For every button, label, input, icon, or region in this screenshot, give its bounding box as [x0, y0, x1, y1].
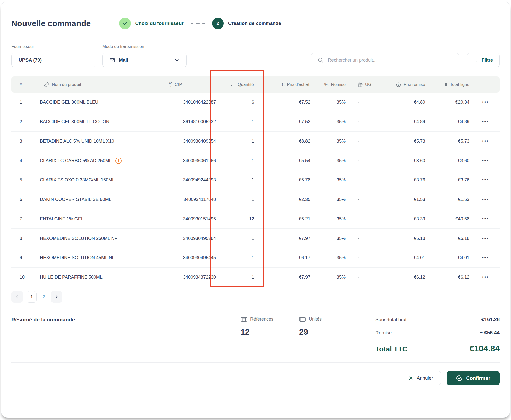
row-menu-button[interactable]: ••• — [482, 119, 489, 124]
col-header-discount[interactable]: % Remise — [312, 82, 348, 87]
product-search[interactable] — [311, 53, 459, 67]
table-row[interactable]: 4 CLARIX TG CARBO 5% AD 250ML i 34009360… — [11, 151, 500, 170]
row-menu-button[interactable]: ••• — [482, 158, 489, 163]
cip-cell: 3400934117848 — [168, 197, 219, 202]
quantity-cell[interactable]: 1 — [219, 177, 273, 183]
ug-cell: - — [348, 236, 375, 241]
cancel-button[interactable]: Annuler — [401, 371, 441, 385]
euro-badge-icon: € — [396, 82, 401, 87]
discounted-price-cell: €4.01 — [375, 255, 428, 260]
next-page-button[interactable] — [51, 291, 62, 303]
discounted-price-cell: €4.89 — [375, 119, 428, 124]
chevron-right-icon — [54, 294, 59, 299]
discounted-price-cell: €3.76 — [375, 177, 428, 183]
chevron-down-icon — [174, 57, 180, 63]
quantity-cell[interactable]: 6 — [219, 100, 273, 105]
supplier-input[interactable]: UPSA (79) — [11, 53, 95, 67]
row-menu-button[interactable]: ••• — [482, 139, 489, 143]
cip-cell: 3614810005932 — [168, 119, 219, 124]
info-icon[interactable]: i — [115, 158, 122, 164]
col-header-cip[interactable]: .00→ CIP — [168, 82, 219, 87]
filter-label: Filtre — [482, 58, 493, 63]
table-row[interactable]: 6 DAKIN COOPER STABILISE 60ML 3400934117… — [11, 190, 500, 209]
col-header-line-total[interactable]: Total ligne — [428, 82, 471, 87]
row-number: 9 — [11, 255, 29, 260]
totals-block: Sous-total brut €161.28 Remise − €56.44 … — [375, 317, 500, 353]
row-number: 7 — [11, 216, 29, 222]
table-row[interactable]: 9 HEXOMEDINE SOLUTION 45ML NF 3400930495… — [11, 248, 500, 268]
filter-button[interactable]: Filtre — [467, 53, 500, 67]
line-total-cell: €6.12 — [428, 275, 471, 280]
subtotal-label: Sous-total brut — [375, 317, 407, 322]
quantity-cell[interactable]: 1 — [219, 119, 273, 124]
quantity-cell[interactable]: 1 — [219, 236, 273, 241]
ug-cell: - — [348, 139, 375, 144]
ug-cell: - — [348, 177, 375, 183]
table-row[interactable]: 5 CLARIX TS OXO 0.33MG/ML 150ML 34009492… — [11, 170, 500, 190]
quantity-cell[interactable]: 12 — [219, 216, 273, 222]
actions-cell: ••• — [471, 275, 500, 279]
cip-cell: 3400930495384 — [168, 236, 219, 241]
previous-page-button[interactable] — [11, 291, 23, 303]
check-icon — [122, 21, 128, 26]
confirm-button[interactable]: Confirmer — [447, 371, 500, 385]
product-name-cell: BACCIDE GEL 300ML BLEU — [29, 100, 168, 105]
table-row[interactable]: 7 ENTALGINE 1% GEL 3400930151495 12 €5.2… — [11, 209, 500, 229]
transmission-select[interactable]: Mail — [102, 53, 187, 67]
purchase-price-cell: €2.35 — [273, 197, 312, 202]
discounted-price-cell: €3.60 — [375, 158, 428, 163]
quantity-cell[interactable]: 1 — [219, 275, 273, 280]
row-menu-button[interactable]: ••• — [482, 217, 489, 221]
table-row[interactable]: 3 BETADINE ALC 5% UNID 10ML X10 34009364… — [11, 132, 500, 151]
col-header-quantity[interactable]: Quantité — [219, 82, 273, 87]
discount-cell: 35% — [312, 119, 348, 124]
row-menu-button[interactable]: ••• — [482, 255, 489, 260]
col-header-num[interactable]: # — [11, 82, 29, 87]
table-row[interactable]: 2 BACCIDE GEL 300ML FL COTON 36148100059… — [11, 112, 500, 132]
purchase-price-cell: €7.97 — [273, 275, 312, 280]
discounted-price-cell: €3.39 — [375, 216, 428, 222]
line-total-cell: €4.01 — [428, 255, 471, 260]
pagination: 1 2 — [11, 291, 500, 303]
quantity-cell[interactable]: 1 — [219, 255, 273, 260]
table-row[interactable]: 8 HEXOMEDINE SOLUTION 250ML NF 340093049… — [11, 229, 500, 248]
row-number: 4 — [11, 158, 29, 163]
ug-cell: - — [348, 158, 375, 163]
purchase-price-cell: €7.52 — [273, 119, 312, 124]
col-header-purchase-price[interactable]: € Prix d’achat — [273, 82, 312, 87]
search-input[interactable] — [328, 58, 453, 63]
product-name-cell: CLARIX TG CARBO 5% AD 250ML i — [29, 158, 168, 164]
col-header-discounted-price[interactable]: € Prix remisé — [375, 82, 428, 87]
total-ttc-value: €104.84 — [470, 344, 500, 353]
row-menu-button[interactable]: ••• — [482, 197, 489, 202]
quantity-cell[interactable]: 1 — [219, 158, 273, 163]
actions-cell: ••• — [471, 119, 500, 124]
subtotal-value: €161.28 — [481, 317, 500, 322]
line-total-cell: €3.60 — [428, 158, 471, 163]
table-row[interactable]: 1 BACCIDE GEL 300ML BLEU 3401046422387 6… — [11, 93, 500, 112]
quantity-cell[interactable]: 1 — [219, 197, 273, 202]
row-menu-button[interactable]: ••• — [482, 275, 489, 279]
transmission-label: Mode de transmission — [102, 44, 187, 49]
quantity-cell[interactable]: 1 — [219, 139, 273, 144]
discount-cell: 35% — [312, 255, 348, 260]
product-name-cell: CLARIX TS OXO 0.33MG/ML 150ML — [29, 177, 168, 183]
col-header-ug[interactable]: UG — [348, 82, 375, 87]
row-menu-button[interactable]: ••• — [482, 100, 489, 104]
header: Nouvelle commande Choix du fournisseur 2… — [11, 17, 500, 30]
purchase-price-cell: €5.54 — [273, 158, 312, 163]
table-row[interactable]: 10 HUILE DE PARAFFINE 500ML 340093437223… — [11, 268, 500, 287]
row-menu-button[interactable]: ••• — [482, 178, 489, 182]
col-header-product-name[interactable]: Nom du produit — [29, 82, 168, 87]
discount-cell: 35% — [312, 158, 348, 163]
page-1-button[interactable]: 1 — [27, 291, 37, 303]
product-name-cell: DAKIN COOPER STABILISE 60ML — [29, 197, 168, 202]
triple-bars-icon — [443, 82, 447, 87]
chevron-left-icon — [15, 294, 20, 299]
line-total-cell: €3.76 — [428, 177, 471, 183]
ug-cell: - — [348, 100, 375, 105]
line-total-cell: €4.89 — [428, 119, 471, 124]
page-2-button[interactable]: 2 — [40, 294, 47, 300]
row-menu-button[interactable]: ••• — [482, 236, 489, 241]
cip-cell: 3400934372230 — [168, 275, 219, 280]
